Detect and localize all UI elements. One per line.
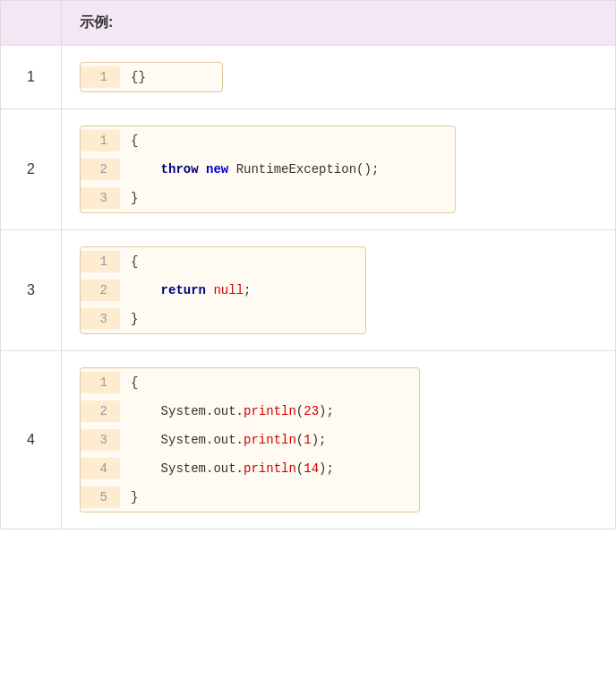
line-number: 3 <box>81 429 120 451</box>
table-row: 1 1 {} <box>1 46 616 109</box>
line-number: 3 <box>81 187 120 209</box>
code-line: 2 System.out.println(23); <box>81 397 419 426</box>
line-code: { <box>120 372 152 393</box>
code-block: 1 { 2 throw new RuntimeException(); 3 } <box>80 125 456 213</box>
row-number: 2 <box>1 109 62 230</box>
code-line: 5 } <box>81 483 419 512</box>
code-block: 1 {} <box>80 62 223 92</box>
code-line: 1 { <box>81 126 455 155</box>
arg-1: 1 <box>304 433 311 447</box>
code-line: 3 } <box>81 184 455 212</box>
line-code: {} <box>120 66 160 88</box>
code-line: 3 System.out.println(1); <box>81 426 419 454</box>
table-row: 4 1 { 2 System.out.println(23); 3 System… <box>1 351 616 530</box>
code-line: 1 { <box>81 368 419 397</box>
keyword-new: new <box>206 162 228 177</box>
keyword-throw: throw <box>161 162 199 177</box>
line-number: 1 <box>81 251 120 272</box>
code-line: 1 {} <box>81 63 222 91</box>
arg-23: 23 <box>304 404 319 418</box>
line-number: 1 <box>81 130 120 151</box>
row-number: 3 <box>1 230 62 351</box>
line-number: 1 <box>81 66 120 88</box>
line-code: throw new RuntimeException(); <box>120 159 393 180</box>
code-line: 3 } <box>81 305 365 333</box>
code-cell: 1 { 2 throw new RuntimeException(); 3 } <box>62 109 616 230</box>
line-number: 2 <box>81 159 120 180</box>
line-number: 5 <box>81 487 120 508</box>
keyword-return: return <box>161 283 206 297</box>
code-line: 1 { <box>81 247 365 276</box>
line-code: System.out.println(1); <box>120 429 340 451</box>
main-table: 示例: 1 1 {} 2 1 { <box>0 0 616 530</box>
arg-14: 14 <box>304 461 319 476</box>
line-code: { <box>120 251 152 272</box>
line-number: 2 <box>81 400 120 422</box>
line-code: return null; <box>120 280 265 301</box>
row-number: 1 <box>1 46 62 109</box>
header-label: 示例: <box>62 1 616 46</box>
method-println: println <box>244 461 296 476</box>
code-line: 2 return null; <box>81 276 365 305</box>
code-cell: 1 { 2 return null; 3 } <box>62 230 616 351</box>
line-code: System.out.println(23); <box>120 400 348 422</box>
method-println: println <box>244 404 296 418</box>
row-number: 4 <box>1 351 62 530</box>
code-line: 4 System.out.println(14); <box>81 454 419 483</box>
line-code: } <box>120 187 152 209</box>
table-row: 3 1 { 2 return null; 3 } <box>1 230 616 351</box>
line-number: 4 <box>81 458 120 479</box>
code-block: 1 { 2 System.out.println(23); 3 System.o… <box>80 367 420 512</box>
line-number: 1 <box>81 372 120 393</box>
code-cell: 1 { 2 System.out.println(23); 3 System.o… <box>62 351 616 530</box>
line-number: 2 <box>81 280 120 301</box>
code-block: 1 { 2 return null; 3 } <box>80 246 366 334</box>
line-code: } <box>120 487 152 508</box>
line-code: System.out.println(14); <box>120 458 348 479</box>
keyword-null: null <box>213 283 244 297</box>
line-code: { <box>120 130 152 151</box>
code-line: 2 throw new RuntimeException(); <box>81 155 455 184</box>
header-num-cell <box>1 1 62 46</box>
header-row: 示例: <box>1 1 616 46</box>
code-cell: 1 {} <box>62 46 616 109</box>
line-number: 3 <box>81 308 120 330</box>
method-println: println <box>244 433 296 447</box>
table-row: 2 1 { 2 throw new RuntimeException(); 3 … <box>1 109 616 230</box>
line-code: } <box>120 308 152 330</box>
